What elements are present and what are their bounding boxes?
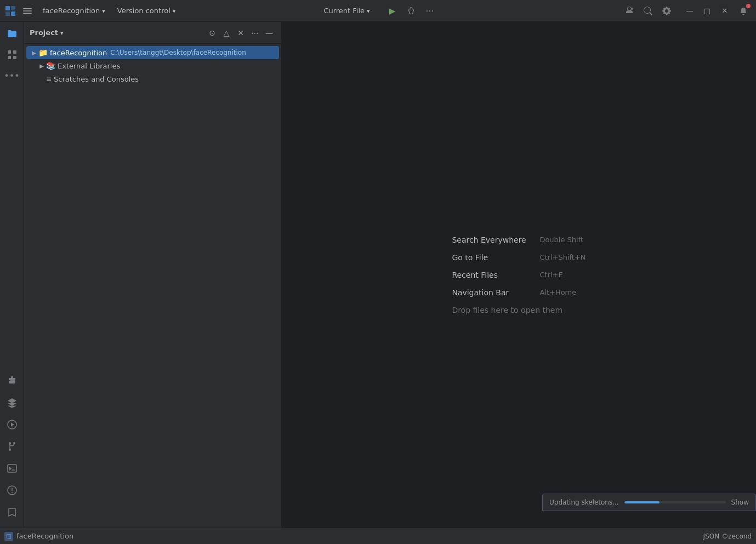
folder-icon-face-recognition: 📁 [38,48,48,57]
sidebar-tools: ⊙ △ ✕ ⋯ — [206,26,276,39]
activity-item-problems[interactable] [2,480,22,500]
status-icon: □ [4,532,13,541]
project-name-label: faceRecognition [43,7,100,15]
project-name-button[interactable]: faceRecognition [38,4,110,17]
version-control-label: Version control [117,7,170,15]
svg-rect-11 [13,56,16,59]
expand-arrow-scratches[interactable] [37,75,46,83]
tree-item-path-face-recognition: C:\Users\tanggt\Desktop\faceRecognition [110,49,246,56]
window-controls: — □ ✕ [681,3,733,19]
search-button[interactable] [640,3,656,19]
sidebar-close-button[interactable]: ✕ [234,26,247,39]
maximize-button[interactable]: □ [699,3,715,19]
tree-item-scratches-consoles[interactable]: ≡ Scratches and Consoles [26,72,279,85]
settings-button[interactable] [658,3,675,19]
tree-item-external-libraries[interactable]: ▶ 📚 External Libraries [26,59,279,72]
tree-item-name-external-libraries: External Libraries [58,62,120,70]
hamburger-menu-button[interactable] [20,3,35,19]
status-right: JSON ©zecond [703,532,752,540]
placeholder-row-drop: Drop files here to open them [452,306,562,314]
notification-badge [746,4,751,8]
status-project-name[interactable]: faceRecognition [16,532,73,540]
activity-item-layers[interactable] [2,393,22,413]
placeholder-row-recent: Recent Files Ctrl+E [452,271,562,279]
tree-item-face-recognition[interactable]: ▶ 📁 faceRecognition C:\Users\tanggt\Desk… [26,46,279,59]
title-bar: faceRecognition Version control Current … [0,0,756,22]
status-zecond: ©zecond [721,532,752,540]
placeholder-row-nav: Navigation Bar Alt+Home [452,288,576,297]
go-to-file-shortcut: Ctrl+Shift+N [539,253,586,261]
version-control-chevron [173,7,176,15]
sidebar-more-button[interactable]: ⋯ [248,26,262,39]
activity-item-terminal[interactable] [2,459,22,478]
notification-button[interactable] [735,3,752,19]
file-tree: ▶ 📁 faceRecognition C:\Users\tanggt\Desk… [24,44,281,528]
progress-area: Updating skeletons... Show [542,494,756,511]
collab-button[interactable] [621,3,638,19]
progress-text: Updating skeletons... [549,499,619,506]
svg-rect-0 [5,6,10,10]
svg-rect-16 [8,465,16,472]
current-file-button[interactable]: Current File [318,4,375,17]
notification-wrapper [735,3,752,19]
activity-item-bookmarks[interactable] [2,502,22,522]
activity-item-project[interactable] [2,24,22,44]
debug-button[interactable] [403,3,419,19]
svg-rect-8 [8,50,11,54]
placeholder-row-goto: Go to File Ctrl+Shift+N [452,253,586,262]
more-options-button[interactable]: ⋯ [422,3,438,19]
activity-bar: ••• [0,22,24,528]
activity-item-run[interactable] [2,415,22,434]
recent-files-label: Recent Files [452,271,528,279]
svg-rect-2 [5,12,10,16]
title-bar-left: faceRecognition Version control [4,3,318,19]
sidebar-title-text: Project [30,28,58,37]
status-json: JSON [703,532,720,540]
svg-point-7 [631,8,633,10]
title-bar-actions: ▶ ⋯ [384,3,438,19]
expand-arrow-face-recognition[interactable]: ▶ [30,48,38,57]
collapse-all-button[interactable]: △ [220,26,233,39]
activity-item-structure[interactable] [2,45,22,65]
show-link[interactable]: Show [731,499,749,506]
expand-arrow-external-libraries[interactable]: ▶ [37,61,46,70]
svg-rect-4 [23,8,32,9]
sidebar: Project ⊙ △ ✕ ⋯ — ▶ 📁 faceRecognition C:… [24,22,282,528]
current-file-chevron [367,7,370,15]
activity-bottom [2,371,22,525]
scratches-icon: ≡ [46,75,52,83]
svg-rect-9 [13,50,16,54]
status-bar: □ faceRecognition JSON ©zecond [0,528,756,544]
progress-bar-container [624,501,726,503]
sidebar-header: Project ⊙ △ ✕ ⋯ — [24,22,281,44]
project-name-chevron [102,7,105,15]
svg-point-13 [9,442,11,444]
navigation-bar-label: Navigation Bar [452,288,528,297]
sidebar-minimize-button[interactable]: — [263,26,276,39]
tree-item-name-scratches: Scratches and Consoles [54,75,139,83]
tree-item-name-face-recognition: faceRecognition [50,49,107,57]
editor-placeholder: Search Everywhere Double Shift Go to Fil… [452,236,586,314]
locate-button[interactable]: ⊙ [206,26,219,39]
drop-files-label: Drop files here to open them [452,306,562,314]
status-left: □ faceRecognition [4,532,73,541]
sidebar-title: Project [30,28,64,37]
title-bar-center: Current File ▶ ⋯ [318,3,437,19]
progress-bar-fill [624,501,660,503]
activity-item-more[interactable]: ••• [2,66,22,85]
svg-rect-10 [8,56,11,59]
activity-item-plugins[interactable] [2,371,22,391]
navigation-bar-shortcut: Alt+Home [539,288,576,296]
placeholder-row-search: Search Everywhere Double Shift [452,236,583,244]
version-control-button[interactable]: Version control [113,4,180,17]
activity-item-git[interactable] [2,437,22,456]
minimize-button[interactable]: — [681,3,698,19]
current-file-label: Current File [323,7,365,15]
search-everywhere-label: Search Everywhere [452,236,528,244]
close-button[interactable]: ✕ [717,3,733,19]
svg-rect-5 [23,10,32,12]
go-to-file-label: Go to File [452,253,528,262]
run-button[interactable]: ▶ [384,3,401,19]
svg-rect-6 [23,13,32,14]
library-icon-external-libraries: 📚 [46,61,55,70]
